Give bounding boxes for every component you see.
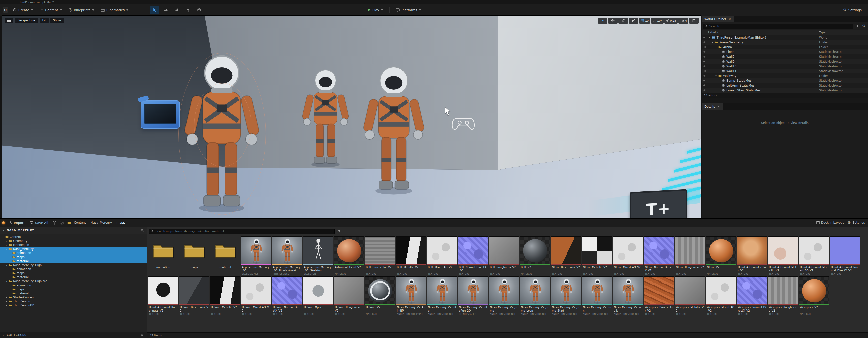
asset-tile[interactable]: Head_Astronaut_Metallic_V2TEXTURE	[769, 236, 798, 275]
outliner-row[interactable]: Wall7StaticMeshActor	[702, 54, 868, 59]
asset-tile[interactable]: Nasa_Mercury_V2_Jump_LoopANIMATION SEQUE…	[521, 277, 550, 315]
visibility-eye-icon[interactable]	[702, 46, 708, 48]
breadcrumb[interactable]: Content › Nasa_Mercury › maps	[74, 221, 125, 225]
folder-tile[interactable]: animation	[149, 236, 178, 275]
collections-search-icon[interactable]	[140, 333, 145, 338]
blueprints-button[interactable]: f Blueprints	[66, 6, 97, 13]
astronaut-character-small[interactable]	[302, 65, 349, 168]
platforms-button[interactable]: Platforms	[393, 6, 424, 13]
path-search-icon[interactable]	[140, 228, 145, 233]
folder-tree-item[interactable]: ▸StarterContent	[0, 295, 147, 300]
forward-button[interactable]	[59, 220, 64, 225]
monitor-prop[interactable]	[141, 101, 180, 128]
outliner-row[interactable]: ▾WalkwayFolder	[702, 74, 868, 78]
asset-tile[interactable]: Helmet_Base_color_V2TEXTURE	[180, 277, 209, 315]
outliner-row[interactable]: ▾ThirdPersonExampleMap (Editor)World	[702, 35, 868, 40]
asset-tile[interactable]: A_pose_nas_Mercury_V2SKELETAL MESH	[242, 236, 271, 275]
dock-in-layout-button[interactable]: Dock in Layout	[816, 221, 844, 225]
visibility-eye-icon[interactable]	[702, 36, 708, 38]
folder-tree-item[interactable]: ▾Nasa_Mercury_High_V2	[0, 279, 147, 283]
lit-dropdown[interactable]: Lit	[39, 18, 49, 23]
asset-tile[interactable]: Nasa_Mercury_V2_JumpANIMATION SEQUENCE	[490, 277, 519, 315]
outliner-row[interactable]: LeftArm_StaticMeshStaticMeshActor	[702, 83, 868, 88]
expander-icon[interactable]: ▾	[714, 75, 717, 77]
asset-tile[interactable]: Nasa_Mercury_V2_Jump_StartANIMATION SEQU…	[552, 277, 581, 315]
folder-tree-item[interactable]: ▾Content	[0, 235, 147, 239]
asset-tile[interactable]: Wearpack_V2MATERIAL	[800, 277, 829, 315]
maximize-viewport-button[interactable]	[689, 18, 699, 24]
cinematics-button[interactable]: Cinematics	[98, 6, 131, 13]
collections-bar[interactable]: ▸ COLLECTIONS	[0, 332, 147, 338]
folder-tree-item[interactable]: material	[0, 275, 147, 279]
folder-tree-item[interactable]: ▾Nasa_Mercury	[0, 247, 147, 251]
folder-tree-item[interactable]: maps	[0, 271, 147, 275]
asset-tile[interactable]: Glove_Mixed_AO_V2TEXTURE	[614, 236, 643, 275]
landscape-mode-button[interactable]	[161, 6, 170, 14]
content-browser-settings-button[interactable]: ⚙ Settings	[847, 221, 865, 225]
play-button[interactable]: Play	[365, 6, 385, 13]
outliner-row[interactable]: ▾ArenaFolder	[702, 45, 868, 50]
visibility-eye-icon[interactable]	[702, 56, 708, 58]
asset-tile[interactable]: Glove_Metallic_V2TEXTURE	[583, 236, 612, 275]
breadcrumb-maps[interactable]: maps	[117, 221, 125, 225]
asset-tile[interactable]: Belt_Roughness_V2TEXTURE	[490, 236, 519, 275]
show-dropdown[interactable]: Show	[50, 18, 64, 23]
expander-icon[interactable]: ▸	[5, 301, 8, 303]
asset-tile[interactable]: Belt_Metallic_V2TEXTURE	[397, 236, 426, 275]
mesh-paint-mode-button[interactable]	[194, 6, 204, 14]
tplus-sign-mesh[interactable]: T+	[629, 189, 687, 219]
expander-icon[interactable]: ▾	[711, 41, 714, 44]
asset-tile[interactable]: Nasa_Mercury_V2_IdleRun_2DBLEND SPACE 1D	[459, 277, 488, 315]
visibility-eye-icon[interactable]	[702, 70, 708, 72]
outliner-settings-icon[interactable]: ⚙	[862, 24, 867, 28]
chevron-right-icon[interactable]: ▸	[2, 334, 5, 336]
asset-tile[interactable]: Helmet_OpacTEXTURE	[304, 277, 333, 315]
rotation-snap-toggle[interactable]: 10°	[651, 18, 663, 24]
scale-tool-button[interactable]	[629, 18, 639, 24]
asset-tile[interactable]: Head_Astronaut_Roughness_V2TEXTURE	[149, 277, 178, 315]
brush-mode-button[interactable]	[184, 6, 192, 14]
astronaut-character-medium[interactable]	[363, 61, 425, 195]
asset-tile[interactable]: Wearpack_Normal_DirectX_V2TEXTURE	[738, 277, 767, 315]
close-icon[interactable]: ✕	[728, 18, 731, 21]
folder-tree-item[interactable]: ▸Mannequin	[0, 243, 147, 247]
asset-tile[interactable]: Belt_V2MATERIAL	[521, 236, 550, 275]
folder-tree-item[interactable]: ▾Nasa_Mercury_High	[0, 263, 147, 267]
asset-tile[interactable]: Nasa_Mercury_V2_RunANIMATION SEQUENCE	[583, 277, 612, 315]
settings-button[interactable]: ⚙ Settings	[840, 6, 865, 13]
outliner-row[interactable]: Bump_StaticMeshStaticMeshActor	[702, 78, 868, 83]
save-all-button[interactable]: Save All	[29, 220, 50, 226]
create-button[interactable]: Create	[10, 6, 36, 13]
outliner-column-headers[interactable]: Label▲ Type	[702, 30, 868, 35]
visibility-eye-icon[interactable]	[702, 80, 708, 82]
asset-tile[interactable]: Nasa_Mercury_V2_AnimBPANIMATION BLUEPRIN…	[397, 277, 426, 315]
chevron-down-icon[interactable]: ▾	[2, 229, 5, 231]
asset-tile[interactable]: Helmet_Normal_DirectX_V2TEXTURE	[273, 277, 302, 315]
asset-tile[interactable]: Glove_V2MATERIAL	[707, 236, 736, 275]
asset-tile[interactable]: Head_Astronaut_Mixed_AO_V2TEXTURE	[800, 236, 829, 275]
visibility-eye-icon[interactable]	[702, 51, 708, 53]
folder-tree-item[interactable]: ▸Geometry	[0, 239, 147, 243]
asset-tile[interactable]: Helmet_V2MATERIAL	[366, 277, 395, 315]
asset-tile[interactable]: Helmet_Mixed_AO_V2TEXTURE	[242, 277, 271, 315]
expander-icon[interactable]: ▸	[5, 240, 8, 242]
folder-tree-item[interactable]: animation	[0, 251, 147, 255]
rotate-tool-button[interactable]	[619, 18, 628, 24]
visibility-eye-icon[interactable]	[702, 41, 708, 44]
expander-icon[interactable]: ▸	[5, 244, 8, 246]
level-viewport[interactable]: T+ Perspective Lit Show	[2, 16, 701, 219]
visibility-eye-icon[interactable]	[702, 75, 708, 77]
asset-tile[interactable]: Astronaut_Head_V2MATERIAL	[335, 236, 364, 275]
expander-icon[interactable]: ▾	[708, 36, 711, 39]
expander-icon[interactable]: ▾	[1, 236, 4, 238]
sources-header[interactable]: ▾ NASA_MERCURY	[0, 227, 147, 234]
folder-tree-item[interactable]: maps	[0, 255, 147, 259]
folder-tree-item[interactable]: animation	[0, 267, 147, 271]
foliage-mode-button[interactable]	[173, 6, 182, 14]
import-button[interactable]: Import	[7, 220, 26, 226]
asset-tile[interactable]: Glove_Normal_DirectX_V2TEXTURE	[645, 236, 674, 275]
folder-tree-item[interactable]: ▸ThirdPerson	[0, 300, 147, 304]
outliner-row[interactable]: Linear_Stair_StaticMeshStaticMeshActor	[702, 88, 868, 92]
folder-tile[interactable]: material	[211, 236, 240, 275]
close-icon[interactable]: ✕	[717, 105, 720, 109]
